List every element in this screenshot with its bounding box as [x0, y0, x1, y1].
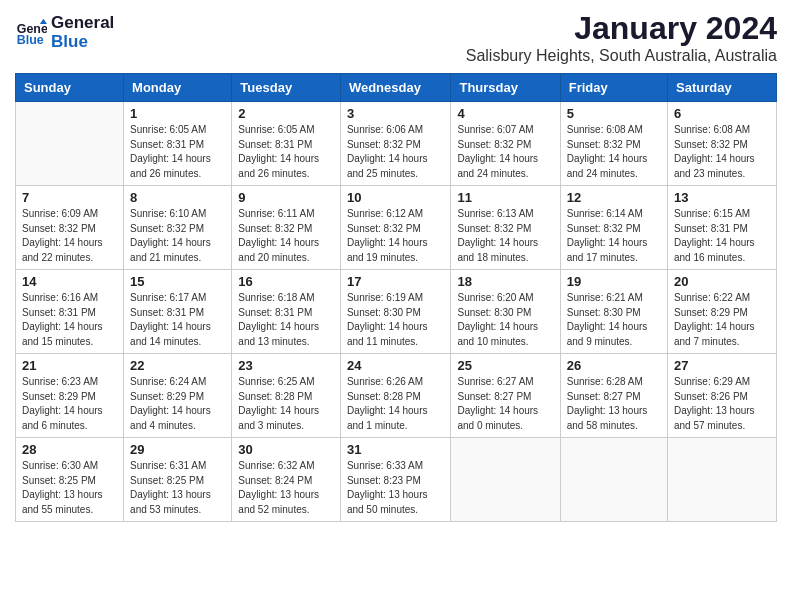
calendar-cell: 21Sunrise: 6:23 AM Sunset: 8:29 PM Dayli…: [16, 354, 124, 438]
logo: General Blue General Blue: [15, 14, 114, 51]
day-info: Sunrise: 6:10 AM Sunset: 8:32 PM Dayligh…: [130, 207, 225, 265]
calendar-cell: 31Sunrise: 6:33 AM Sunset: 8:23 PM Dayli…: [340, 438, 451, 522]
day-info: Sunrise: 6:08 AM Sunset: 8:32 PM Dayligh…: [567, 123, 661, 181]
day-info: Sunrise: 6:27 AM Sunset: 8:27 PM Dayligh…: [457, 375, 553, 433]
calendar-cell: 25Sunrise: 6:27 AM Sunset: 8:27 PM Dayli…: [451, 354, 560, 438]
day-number: 5: [567, 106, 661, 121]
day-info: Sunrise: 6:05 AM Sunset: 8:31 PM Dayligh…: [238, 123, 334, 181]
page-header: General Blue General Blue January 2024 S…: [15, 10, 777, 65]
day-number: 13: [674, 190, 770, 205]
calendar-cell: 22Sunrise: 6:24 AM Sunset: 8:29 PM Dayli…: [124, 354, 232, 438]
calendar-cell: 23Sunrise: 6:25 AM Sunset: 8:28 PM Dayli…: [232, 354, 341, 438]
logo-line1: General: [51, 14, 114, 33]
calendar-cell: 26Sunrise: 6:28 AM Sunset: 8:27 PM Dayli…: [560, 354, 667, 438]
day-number: 17: [347, 274, 445, 289]
main-title: January 2024: [466, 10, 777, 47]
day-number: 30: [238, 442, 334, 457]
weekday-header: Tuesday: [232, 74, 341, 102]
calendar-cell: 4Sunrise: 6:07 AM Sunset: 8:32 PM Daylig…: [451, 102, 560, 186]
day-number: 10: [347, 190, 445, 205]
calendar-cell: [668, 438, 777, 522]
calendar-cell: 19Sunrise: 6:21 AM Sunset: 8:30 PM Dayli…: [560, 270, 667, 354]
calendar-cell: 5Sunrise: 6:08 AM Sunset: 8:32 PM Daylig…: [560, 102, 667, 186]
day-number: 25: [457, 358, 553, 373]
calendar-cell: 30Sunrise: 6:32 AM Sunset: 8:24 PM Dayli…: [232, 438, 341, 522]
day-info: Sunrise: 6:16 AM Sunset: 8:31 PM Dayligh…: [22, 291, 117, 349]
calendar-cell: 3Sunrise: 6:06 AM Sunset: 8:32 PM Daylig…: [340, 102, 451, 186]
logo-icon: General Blue: [15, 17, 47, 49]
weekday-header-row: SundayMondayTuesdayWednesdayThursdayFrid…: [16, 74, 777, 102]
day-number: 18: [457, 274, 553, 289]
calendar-cell: [560, 438, 667, 522]
day-number: 19: [567, 274, 661, 289]
day-info: Sunrise: 6:13 AM Sunset: 8:32 PM Dayligh…: [457, 207, 553, 265]
day-info: Sunrise: 6:18 AM Sunset: 8:31 PM Dayligh…: [238, 291, 334, 349]
calendar-cell: 11Sunrise: 6:13 AM Sunset: 8:32 PM Dayli…: [451, 186, 560, 270]
calendar-cell: 9Sunrise: 6:11 AM Sunset: 8:32 PM Daylig…: [232, 186, 341, 270]
calendar-cell: 8Sunrise: 6:10 AM Sunset: 8:32 PM Daylig…: [124, 186, 232, 270]
day-number: 21: [22, 358, 117, 373]
calendar-week-row: 28Sunrise: 6:30 AM Sunset: 8:25 PM Dayli…: [16, 438, 777, 522]
calendar-cell: 20Sunrise: 6:22 AM Sunset: 8:29 PM Dayli…: [668, 270, 777, 354]
calendar-cell: 15Sunrise: 6:17 AM Sunset: 8:31 PM Dayli…: [124, 270, 232, 354]
calendar-week-row: 1Sunrise: 6:05 AM Sunset: 8:31 PM Daylig…: [16, 102, 777, 186]
day-number: 9: [238, 190, 334, 205]
day-info: Sunrise: 6:32 AM Sunset: 8:24 PM Dayligh…: [238, 459, 334, 517]
calendar-cell: [16, 102, 124, 186]
weekday-header: Saturday: [668, 74, 777, 102]
day-info: Sunrise: 6:20 AM Sunset: 8:30 PM Dayligh…: [457, 291, 553, 349]
day-number: 27: [674, 358, 770, 373]
calendar-cell: 6Sunrise: 6:08 AM Sunset: 8:32 PM Daylig…: [668, 102, 777, 186]
day-info: Sunrise: 6:24 AM Sunset: 8:29 PM Dayligh…: [130, 375, 225, 433]
day-number: 15: [130, 274, 225, 289]
day-info: Sunrise: 6:08 AM Sunset: 8:32 PM Dayligh…: [674, 123, 770, 181]
weekday-header: Friday: [560, 74, 667, 102]
day-number: 7: [22, 190, 117, 205]
day-info: Sunrise: 6:25 AM Sunset: 8:28 PM Dayligh…: [238, 375, 334, 433]
calendar-cell: 14Sunrise: 6:16 AM Sunset: 8:31 PM Dayli…: [16, 270, 124, 354]
day-info: Sunrise: 6:21 AM Sunset: 8:30 PM Dayligh…: [567, 291, 661, 349]
day-info: Sunrise: 6:07 AM Sunset: 8:32 PM Dayligh…: [457, 123, 553, 181]
weekday-header: Monday: [124, 74, 232, 102]
day-number: 2: [238, 106, 334, 121]
day-number: 29: [130, 442, 225, 457]
day-info: Sunrise: 6:28 AM Sunset: 8:27 PM Dayligh…: [567, 375, 661, 433]
weekday-header: Wednesday: [340, 74, 451, 102]
day-info: Sunrise: 6:23 AM Sunset: 8:29 PM Dayligh…: [22, 375, 117, 433]
calendar-cell: 24Sunrise: 6:26 AM Sunset: 8:28 PM Dayli…: [340, 354, 451, 438]
calendar-cell: 1Sunrise: 6:05 AM Sunset: 8:31 PM Daylig…: [124, 102, 232, 186]
subtitle: Salisbury Heights, South Australia, Aust…: [466, 47, 777, 65]
calendar-cell: 17Sunrise: 6:19 AM Sunset: 8:30 PM Dayli…: [340, 270, 451, 354]
calendar: SundayMondayTuesdayWednesdayThursdayFrid…: [15, 73, 777, 522]
day-number: 20: [674, 274, 770, 289]
day-number: 8: [130, 190, 225, 205]
weekday-header: Thursday: [451, 74, 560, 102]
weekday-header: Sunday: [16, 74, 124, 102]
day-number: 31: [347, 442, 445, 457]
day-info: Sunrise: 6:14 AM Sunset: 8:32 PM Dayligh…: [567, 207, 661, 265]
day-number: 24: [347, 358, 445, 373]
calendar-cell: 10Sunrise: 6:12 AM Sunset: 8:32 PM Dayli…: [340, 186, 451, 270]
day-info: Sunrise: 6:33 AM Sunset: 8:23 PM Dayligh…: [347, 459, 445, 517]
day-number: 12: [567, 190, 661, 205]
calendar-cell: 27Sunrise: 6:29 AM Sunset: 8:26 PM Dayli…: [668, 354, 777, 438]
day-info: Sunrise: 6:30 AM Sunset: 8:25 PM Dayligh…: [22, 459, 117, 517]
calendar-cell: 12Sunrise: 6:14 AM Sunset: 8:32 PM Dayli…: [560, 186, 667, 270]
day-info: Sunrise: 6:29 AM Sunset: 8:26 PM Dayligh…: [674, 375, 770, 433]
calendar-week-row: 21Sunrise: 6:23 AM Sunset: 8:29 PM Dayli…: [16, 354, 777, 438]
calendar-cell: 18Sunrise: 6:20 AM Sunset: 8:30 PM Dayli…: [451, 270, 560, 354]
day-info: Sunrise: 6:06 AM Sunset: 8:32 PM Dayligh…: [347, 123, 445, 181]
day-info: Sunrise: 6:31 AM Sunset: 8:25 PM Dayligh…: [130, 459, 225, 517]
day-info: Sunrise: 6:26 AM Sunset: 8:28 PM Dayligh…: [347, 375, 445, 433]
calendar-cell: 16Sunrise: 6:18 AM Sunset: 8:31 PM Dayli…: [232, 270, 341, 354]
day-number: 22: [130, 358, 225, 373]
day-info: Sunrise: 6:17 AM Sunset: 8:31 PM Dayligh…: [130, 291, 225, 349]
logo-line2: Blue: [51, 33, 114, 52]
day-number: 28: [22, 442, 117, 457]
day-number: 23: [238, 358, 334, 373]
day-info: Sunrise: 6:19 AM Sunset: 8:30 PM Dayligh…: [347, 291, 445, 349]
calendar-cell: 29Sunrise: 6:31 AM Sunset: 8:25 PM Dayli…: [124, 438, 232, 522]
day-number: 4: [457, 106, 553, 121]
calendar-cell: 7Sunrise: 6:09 AM Sunset: 8:32 PM Daylig…: [16, 186, 124, 270]
day-info: Sunrise: 6:11 AM Sunset: 8:32 PM Dayligh…: [238, 207, 334, 265]
